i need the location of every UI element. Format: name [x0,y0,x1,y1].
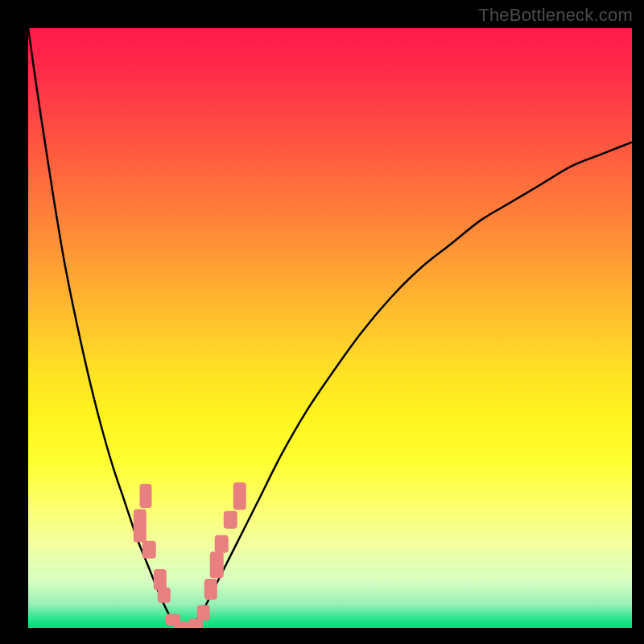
data-marker [174,621,188,628]
data-marker [224,511,237,529]
data-marker [158,588,171,603]
curve-layer [28,28,632,628]
data-marker [210,551,224,579]
data-marker [134,510,147,543]
data-marker [204,579,217,600]
data-marker [215,535,229,553]
data-marker [196,605,210,621]
curve-left-branch [28,28,180,628]
watermark-text: TheBottleneck.com [478,5,633,26]
plot-area [28,28,632,628]
curve-right-branch [192,142,633,628]
data-marker [233,482,246,510]
chart-frame: TheBottleneck.com [0,0,644,644]
data-marker [140,484,152,508]
data-marker [142,541,156,559]
